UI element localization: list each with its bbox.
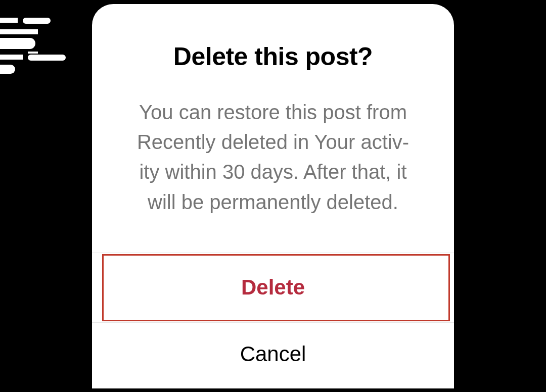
delete-confirmation-dialog: Delete this post? You can restore this p… xyxy=(92,4,454,388)
cancel-button[interactable]: Cancel xyxy=(92,322,454,388)
dialog-actions: Delete Cancel xyxy=(92,253,454,388)
background-decoration xyxy=(0,10,81,76)
dialog-content: Delete this post? You can restore this p… xyxy=(92,4,454,253)
delete-row: Delete xyxy=(92,253,454,322)
dialog-title: Delete this post? xyxy=(173,42,373,71)
dialog-body: You can restore this post from Recently … xyxy=(131,97,415,217)
delete-button[interactable]: Delete xyxy=(92,253,454,322)
